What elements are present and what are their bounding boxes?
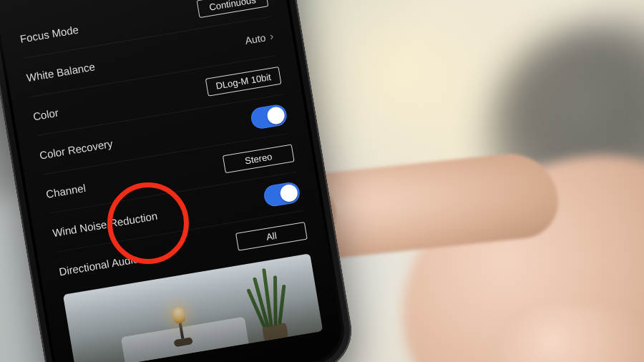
row-label: Channel: [45, 181, 87, 200]
toggle-knob: [279, 183, 299, 203]
row-label: Wind Noise Reduction: [52, 209, 158, 238]
value-text: Auto: [244, 31, 266, 47]
color-profile-value[interactable]: DLog-M 10bit: [205, 66, 282, 96]
row-label: Focus Mode: [19, 23, 79, 44]
chevron-right-icon: ›: [269, 31, 275, 43]
row-label: White Balance: [26, 60, 96, 84]
channel-value[interactable]: Stereo: [223, 144, 295, 173]
directional-audio-value[interactable]: All: [235, 221, 308, 250]
white-balance-value[interactable]: Auto ›: [244, 31, 274, 47]
photo-scene: + Video Focus Mode Continuous: [0, 0, 644, 362]
row-label: Color: [32, 106, 59, 122]
color-recovery-toggle[interactable]: [250, 103, 288, 130]
toggle-knob: [266, 106, 286, 126]
settings-list[interactable]: Focus Mode Continuous White Balance Auto…: [0, 0, 328, 293]
row-label: Color Recovery: [39, 137, 114, 161]
phone: + Video Focus Mode Continuous: [0, 0, 358, 362]
focus-mode-value[interactable]: Continuous: [196, 0, 268, 18]
app-screen: + Video Focus Mode Continuous: [0, 0, 346, 362]
preview-plant: [233, 263, 308, 344]
wind-noise-toggle[interactable]: [263, 181, 301, 208]
background-camera-blur: [487, 21, 644, 265]
row-label: Directional Audio: [58, 253, 140, 278]
